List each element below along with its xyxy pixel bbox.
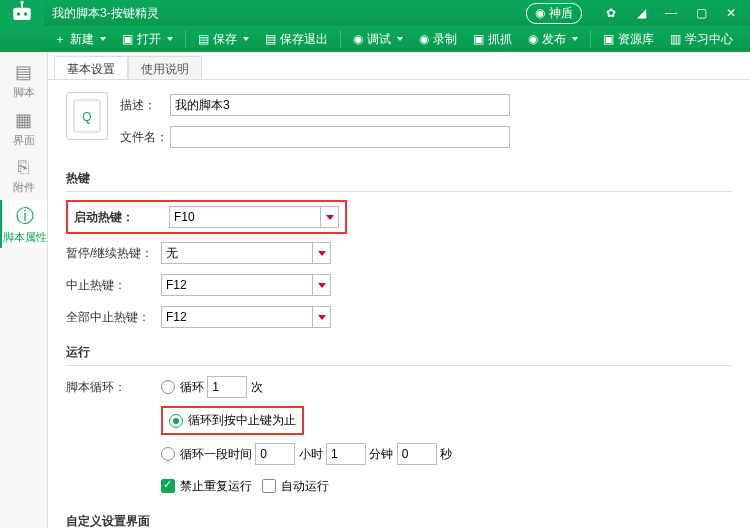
- svg-text:Q: Q: [82, 110, 91, 124]
- svg-point-1: [17, 12, 21, 16]
- chevron-down-icon: [312, 243, 330, 263]
- svg-point-2: [24, 12, 28, 16]
- learn-button[interactable]: ▥学习中心: [664, 29, 739, 50]
- loop-duration-lbl: 循环一段时间: [180, 446, 252, 463]
- camera-icon: ▣: [603, 32, 614, 46]
- stop-hotkey-select[interactable]: F12: [161, 274, 331, 296]
- theme-icon[interactable]: ◢: [628, 3, 654, 23]
- close-button[interactable]: ✕: [718, 3, 744, 23]
- filename-label: 文件名：: [120, 129, 170, 146]
- capture-button[interactable]: ▣抓抓: [467, 29, 518, 50]
- book-icon: ▥: [670, 32, 681, 46]
- auto-run-checkbox[interactable]: [262, 479, 276, 493]
- minutes-input[interactable]: [326, 443, 366, 465]
- hours-input[interactable]: [255, 443, 295, 465]
- shield-icon: ◉: [535, 6, 545, 20]
- section-hotkey: 热键: [66, 166, 732, 192]
- resource-button[interactable]: ▣资源库: [597, 29, 660, 50]
- shield-badge[interactable]: ◉神盾: [526, 3, 582, 24]
- loop-times-unit: 次: [251, 379, 263, 396]
- section-run: 运行: [66, 340, 732, 366]
- sidebar-ui[interactable]: ▦界面: [0, 104, 47, 152]
- settings-icon[interactable]: ✿: [598, 3, 624, 23]
- minimize-button[interactable]: —: [658, 3, 684, 23]
- sidebar-script[interactable]: ▤脚本: [0, 56, 47, 104]
- start-hotkey-select[interactable]: F10: [169, 206, 339, 228]
- auto-run-lbl: 自动运行: [281, 478, 329, 495]
- pause-hotkey-select[interactable]: 无: [161, 242, 331, 264]
- chevron-down-icon: [312, 275, 330, 295]
- script-file-icon: Q: [66, 92, 108, 140]
- upload-icon: ◉: [528, 32, 538, 46]
- chevron-down-icon: [320, 207, 338, 227]
- loop-times-radio[interactable]: [161, 380, 175, 394]
- loop-times-input[interactable]: [207, 376, 247, 398]
- stopall-hotkey-select[interactable]: F12: [161, 306, 331, 328]
- info-icon: ⓘ: [16, 204, 34, 228]
- window-title: 我的脚本3-按键精灵: [52, 5, 526, 22]
- save-exit-button[interactable]: ▤保存退出: [259, 29, 334, 50]
- start-hotkey-label: 启动热键：: [74, 209, 161, 226]
- publish-button[interactable]: ◉发布: [522, 29, 584, 50]
- tab-usage[interactable]: 使用说明: [128, 56, 202, 79]
- play-icon: ◉: [353, 32, 363, 46]
- section-custom-ui: 自定义设置界面: [66, 509, 732, 528]
- folder-icon: ▣: [122, 32, 133, 46]
- stop-hotkey-label: 中止热键：: [66, 277, 161, 294]
- chevron-down-icon: [312, 307, 330, 327]
- open-button[interactable]: ▣打开: [116, 29, 179, 50]
- save-button[interactable]: ▤保存: [192, 29, 255, 50]
- record-icon: ◉: [419, 32, 429, 46]
- no-repeat-lbl: 禁止重复运行: [180, 478, 252, 495]
- debug-button[interactable]: ◉调试: [347, 29, 409, 50]
- ui-icon: ▦: [15, 109, 32, 131]
- tab-basic[interactable]: 基本设置: [54, 56, 128, 79]
- capture-icon: ▣: [473, 32, 484, 46]
- new-button[interactable]: ＋新建: [48, 29, 112, 50]
- loop-label: 脚本循环：: [66, 379, 161, 396]
- plus-icon: ＋: [54, 31, 66, 48]
- stopall-hotkey-label: 全部中止热键：: [66, 309, 161, 326]
- loop-until-stop-radio[interactable]: [169, 414, 183, 428]
- script-icon: ▤: [15, 61, 32, 83]
- no-repeat-checkbox[interactable]: [161, 479, 175, 493]
- maximize-button[interactable]: ▢: [688, 3, 714, 23]
- desc-label: 描述：: [120, 97, 170, 114]
- app-logo: [0, 0, 44, 35]
- svg-rect-0: [13, 8, 31, 20]
- pause-hotkey-label: 暂停/继续热键：: [66, 245, 161, 262]
- save-icon: ▤: [198, 32, 209, 46]
- svg-point-4: [20, 1, 24, 5]
- attach-icon: ⎘: [18, 157, 29, 178]
- loop-times-lbl: 循环: [180, 379, 204, 396]
- loop-duration-radio[interactable]: [161, 447, 175, 461]
- desc-input[interactable]: [170, 94, 510, 116]
- sidebar-props[interactable]: ⓘ脚本属性: [0, 200, 47, 248]
- save-exit-icon: ▤: [265, 32, 276, 46]
- record-button[interactable]: ◉录制: [413, 29, 463, 50]
- loop-until-stop-lbl: 循环到按中止键为止: [188, 412, 296, 429]
- seconds-input[interactable]: [397, 443, 437, 465]
- sidebar-attach[interactable]: ⎘附件: [0, 152, 47, 200]
- filename-input[interactable]: [170, 126, 510, 148]
